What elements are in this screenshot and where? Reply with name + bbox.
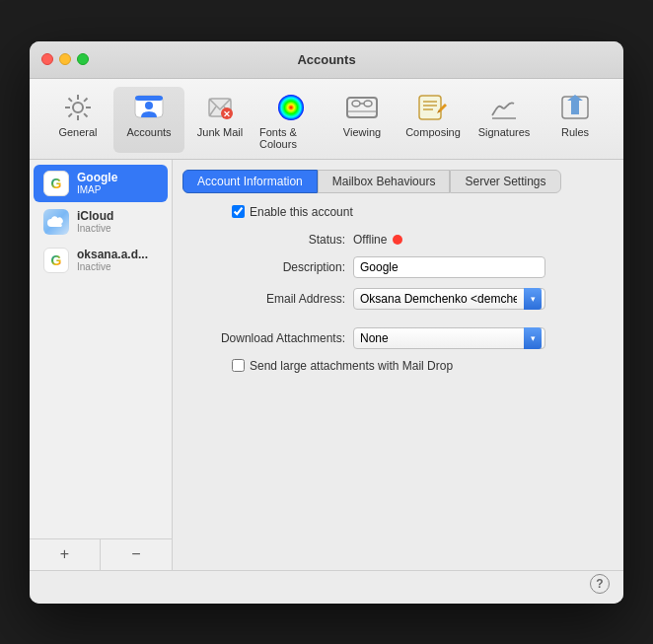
email-select[interactable]: Oksana Demchenko <demchen...	[353, 288, 545, 310]
toolbar-label-junk: Junk Mail	[197, 126, 243, 138]
google-account-icon: G	[43, 171, 69, 196]
svg-point-19	[352, 101, 360, 107]
sidebar: G Google IMAP iCloud	[30, 160, 173, 570]
google-account-sub: IMAP	[77, 184, 117, 195]
svg-point-0	[73, 103, 83, 112]
google-account-name: Google	[77, 171, 117, 184]
bottom-bar: ?	[30, 570, 623, 604]
description-input[interactable]	[353, 256, 545, 278]
status-row: Status: Offline	[182, 233, 614, 247]
traffic-lights	[41, 53, 89, 65]
toolbar-label-viewing: Viewing	[343, 126, 381, 138]
download-select-wrapper: None ▾	[353, 327, 545, 349]
general-icon	[60, 90, 96, 125]
toolbar-label-signatures: Signatures	[478, 126, 531, 138]
enable-label[interactable]: Enable this account	[250, 205, 353, 219]
email-row: Email Address: Oksana Demchenko <demchen…	[182, 288, 614, 310]
main-panel: Account Information Mailbox Behaviours S…	[173, 160, 623, 570]
toolbar-item-general[interactable]: General	[42, 87, 113, 153]
sidebar-item-google[interactable]: G Google IMAP	[34, 165, 168, 202]
status-indicator	[393, 235, 402, 245]
mail-drop-label[interactable]: Send large attachments with Mail Drop	[250, 359, 453, 373]
description-label: Description:	[182, 260, 345, 274]
toolbar-item-viewing[interactable]: Viewing	[326, 87, 398, 153]
close-button[interactable]	[41, 53, 53, 65]
download-label: Download Attachments:	[182, 331, 345, 345]
toolbar-item-fonts[interactable]: Fonts & Colours	[255, 87, 326, 153]
toolbar-item-accounts[interactable]: Accounts	[113, 87, 184, 153]
sidebar-footer: + −	[30, 538, 172, 570]
email-label: Email Address:	[182, 292, 345, 306]
download-row: Download Attachments: None ▾	[182, 327, 614, 349]
svg-rect-23	[419, 96, 441, 119]
oksana-account-sub: Inactive	[77, 261, 148, 272]
svg-point-17	[278, 95, 304, 120]
rules-icon	[557, 90, 593, 125]
composing-icon	[415, 90, 451, 125]
toolbar-label-fonts: Fonts & Colours	[259, 126, 323, 150]
toolbar-item-rules[interactable]: Rules	[540, 87, 611, 153]
description-row: Description:	[182, 256, 614, 278]
toolbar-item-composing[interactable]: Composing	[398, 87, 469, 153]
content-area: G Google IMAP iCloud	[30, 160, 623, 570]
toolbar-label-accounts: Accounts	[126, 126, 171, 138]
app-window: Accounts G	[30, 41, 623, 604]
email-select-wrapper: Oksana Demchenko <demchen... ▾	[353, 288, 545, 310]
account-form: Enable this account Status: Offline Desc…	[182, 205, 614, 560]
icloud-account-sub: Inactive	[77, 223, 113, 234]
fonts-icon	[273, 90, 309, 125]
toolbar-item-junk[interactable]: ✕ Junk Mail	[184, 87, 255, 153]
status-label: Status:	[182, 233, 345, 247]
viewing-icon	[344, 90, 380, 125]
tab-bar: Account Information Mailbox Behaviours S…	[182, 170, 614, 193]
icloud-account-icon	[43, 209, 69, 235]
enable-row: Enable this account	[232, 205, 614, 219]
mail-drop-checkbox[interactable]	[232, 359, 245, 372]
maximize-button[interactable]	[77, 53, 89, 65]
status-value: Offline	[353, 233, 387, 247]
add-account-button[interactable]: +	[30, 539, 101, 570]
toolbar-label-composing: Composing	[405, 126, 461, 138]
accounts-icon	[131, 90, 167, 125]
minimize-button[interactable]	[59, 53, 71, 65]
toolbar: General Accounts	[30, 79, 623, 160]
svg-text:✕: ✕	[223, 109, 231, 119]
svg-marker-29	[567, 95, 583, 114]
accounts-list: G Google IMAP iCloud	[30, 160, 172, 538]
svg-rect-11	[135, 96, 163, 101]
signatures-icon	[486, 90, 522, 125]
icloud-account-name: iCloud	[77, 209, 113, 223]
svg-line-8	[69, 113, 72, 116]
sidebar-item-oksana[interactable]: G oksana.a.d... Inactive	[34, 242, 168, 279]
svg-line-5	[69, 98, 72, 101]
svg-point-10	[145, 102, 153, 109]
download-select[interactable]: None	[353, 327, 545, 349]
toolbar-item-signatures[interactable]: Signatures	[469, 87, 540, 153]
help-button[interactable]: ?	[590, 574, 610, 594]
sidebar-item-icloud[interactable]: iCloud Inactive	[34, 203, 168, 241]
toolbar-label-general: General	[58, 126, 97, 138]
svg-point-20	[364, 101, 372, 107]
tab-account-info[interactable]: Account Information	[182, 170, 318, 193]
svg-line-6	[84, 113, 87, 116]
svg-rect-18	[347, 98, 377, 117]
toolbar-label-rules: Rules	[561, 126, 589, 138]
svg-line-7	[84, 98, 87, 101]
oksana-account-icon: G	[43, 248, 69, 273]
oksana-account-name: oksana.a.d...	[77, 248, 148, 261]
remove-account-button[interactable]: −	[101, 539, 172, 570]
tab-mailbox-behaviours[interactable]: Mailbox Behaviours	[318, 170, 451, 193]
titlebar: Accounts	[30, 41, 623, 79]
junk-mail-icon: ✕	[202, 90, 238, 125]
tab-server-settings[interactable]: Server Settings	[450, 170, 560, 193]
window-title: Accounts	[297, 52, 355, 67]
enable-checkbox[interactable]	[232, 205, 245, 218]
mail-drop-row: Send large attachments with Mail Drop	[232, 359, 614, 373]
